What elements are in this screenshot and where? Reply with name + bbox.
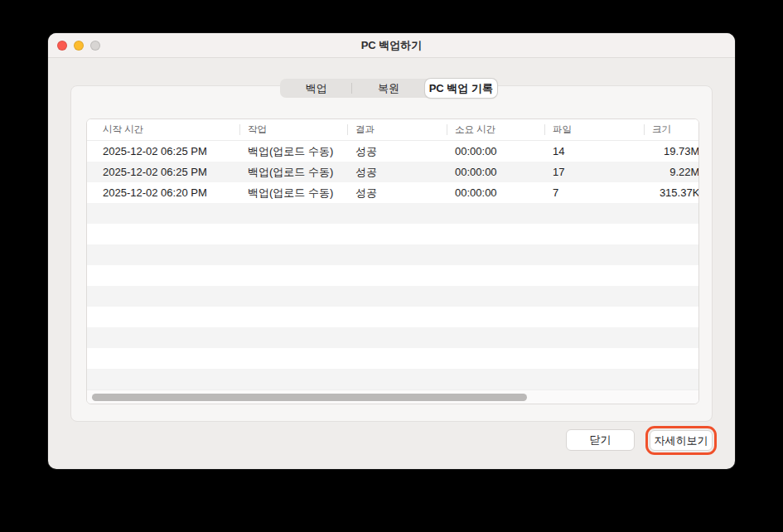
column-header-size[interactable]: 크기 bbox=[644, 119, 699, 140]
table-empty-row bbox=[87, 327, 699, 348]
column-header-duration[interactable]: 소요 시간 bbox=[447, 119, 544, 140]
segmented-tab-control: 백업 복원 PC 백업 기록 bbox=[280, 79, 497, 98]
backup-history-table: 시작 시간 작업 결과 소요 시간 파일 크기 2025-12-02 06:25… bbox=[86, 118, 699, 404]
cell-files: 7 bbox=[544, 186, 644, 199]
minimize-window-button[interactable] bbox=[74, 41, 84, 51]
tab-backup[interactable]: 백업 bbox=[280, 79, 352, 98]
table-body: 2025-12-02 06:25 PM 백업(업로드 수동) 성공 00:00:… bbox=[87, 141, 699, 389]
cell-result: 성공 bbox=[347, 186, 447, 201]
history-panel: 시작 시간 작업 결과 소요 시간 파일 크기 2025-12-02 06:25… bbox=[70, 85, 713, 422]
cell-result: 성공 bbox=[347, 144, 447, 159]
table-header-row: 시작 시간 작업 결과 소요 시간 파일 크기 bbox=[87, 119, 699, 141]
cell-start-time: 2025-12-02 06:25 PM bbox=[87, 145, 239, 157]
table-row[interactable]: 2025-12-02 06:25 PM 백업(업로드 수동) 성공 00:00:… bbox=[87, 162, 699, 182]
cell-duration: 00:00:00 bbox=[447, 145, 544, 157]
horizontal-scrollbar-track[interactable] bbox=[87, 389, 698, 404]
titlebar[interactable]: PC 백업하기 bbox=[48, 33, 735, 58]
table-empty-row bbox=[87, 203, 699, 224]
cell-task: 백업(업로드 수동) bbox=[239, 165, 347, 180]
close-button[interactable]: 닫기 bbox=[566, 429, 635, 451]
column-header-files[interactable]: 파일 bbox=[544, 119, 644, 140]
horizontal-scrollbar-thumb[interactable] bbox=[92, 394, 527, 401]
cell-start-time: 2025-12-02 06:20 PM bbox=[87, 186, 239, 199]
cell-task: 백업(업로드 수동) bbox=[239, 186, 347, 201]
table-empty-row bbox=[87, 369, 699, 389]
cell-duration: 00:00:00 bbox=[447, 186, 544, 199]
table-empty-row bbox=[87, 224, 699, 244]
table-empty-row bbox=[87, 286, 699, 307]
cell-result: 성공 bbox=[347, 165, 447, 180]
table-row[interactable]: 2025-12-02 06:25 PM 백업(업로드 수동) 성공 00:00:… bbox=[87, 141, 699, 162]
table-row[interactable]: 2025-12-02 06:20 PM 백업(업로드 수동) 성공 00:00:… bbox=[87, 182, 699, 203]
cell-size: 315.37KB bbox=[644, 186, 699, 199]
table-empty-row bbox=[87, 307, 699, 327]
desktop-background: PC 백업하기 백업 복원 PC 백업 기록 시작 시간 작업 결과 소요 시간… bbox=[0, 0, 783, 532]
column-header-result[interactable]: 결과 bbox=[347, 119, 447, 140]
cell-start-time: 2025-12-02 06:25 PM bbox=[87, 166, 239, 178]
zoom-window-button-disabled bbox=[90, 41, 100, 51]
pc-backup-window: PC 백업하기 백업 복원 PC 백업 기록 시작 시간 작업 결과 소요 시간… bbox=[48, 33, 735, 469]
traffic-lights bbox=[57, 41, 100, 51]
cell-size: 9.22MB bbox=[644, 166, 699, 178]
cell-duration: 00:00:00 bbox=[447, 166, 544, 178]
cell-files: 17 bbox=[544, 166, 644, 178]
close-window-button[interactable] bbox=[57, 41, 67, 51]
window-title: PC 백업하기 bbox=[361, 38, 423, 53]
tab-pc-backup-history[interactable]: PC 백업 기록 bbox=[425, 79, 497, 98]
cell-files: 14 bbox=[544, 145, 644, 157]
cell-task: 백업(업로드 수동) bbox=[239, 144, 347, 159]
table-empty-row bbox=[87, 244, 699, 265]
column-header-task[interactable]: 작업 bbox=[239, 119, 347, 140]
details-button[interactable]: 자세히보기 bbox=[650, 430, 713, 451]
table-empty-row bbox=[87, 348, 699, 369]
table-empty-row bbox=[87, 265, 699, 286]
column-header-start-time[interactable]: 시작 시간 bbox=[87, 119, 239, 140]
cell-size: 19.73MB bbox=[644, 145, 699, 157]
tab-restore[interactable]: 복원 bbox=[352, 79, 424, 98]
